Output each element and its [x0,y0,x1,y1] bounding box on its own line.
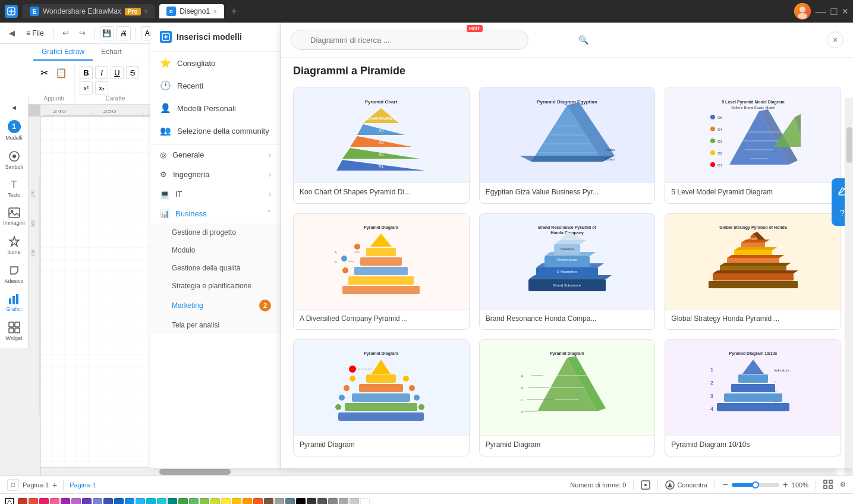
color-picker-icon[interactable] [5,498,14,505]
zoom-out-btn[interactable]: − [722,480,728,490]
template-5-level[interactable]: 5 Level Pyramid Model Diagram Seller's B… [665,87,841,204]
color-swatch[interactable] [39,498,49,505]
subscript-btn[interactable]: x₂ [95,81,108,94]
cut-btn[interactable]: ✂ [38,66,51,81]
color-swatch[interactable] [264,498,273,505]
minimize-btn[interactable]: — [816,5,826,18]
color-swatch[interactable] [350,498,359,505]
template-koo-chart[interactable]: Pyramid Chart ACHIEVEMENT... A4 A3 A2 A1… [293,87,470,204]
color-swatch[interactable] [18,498,27,505]
close-btn[interactable]: × [842,5,848,18]
modelli-icon-btn[interactable]: 1 Modelli [0,115,28,146]
color-swatch[interactable] [50,498,59,505]
color-swatch[interactable] [243,498,252,505]
color-swatch[interactable] [29,498,38,505]
template-egyptian-giza[interactable]: Pyramid Diagram Egyptian Critical Level … [479,87,656,204]
gallery-search-input[interactable] [291,30,528,50]
adesivo-icon-btn[interactable]: Adesivo [0,260,28,289]
color-swatch[interactable] [61,498,70,505]
template-pyramid-2[interactable]: Pyramid Diagram A B C [479,339,656,456]
color-swatch[interactable] [157,498,166,505]
zoom-in-btn[interactable]: + [783,480,788,490]
color-swatch[interactable] [200,498,209,505]
strikethrough-btn[interactable]: S [126,66,139,79]
testo-icon-btn[interactable]: T Testo [0,175,28,203]
color-swatch[interactable] [296,498,306,505]
superscript-btn[interactable]: x² [80,81,93,94]
color-swatch[interactable] [168,498,177,505]
zoom-slider[interactable] [732,483,779,487]
print-btn[interactable]: 🖨 [117,26,131,40]
tab-echart[interactable]: Echart [93,44,130,61]
gestione-progetto-item[interactable]: Gestione di progetto [150,223,281,241]
color-swatch[interactable] [232,498,241,505]
selezione-community-item[interactable]: 👥 Selezione della community [150,119,281,142]
color-swatch[interactable] [178,498,188,505]
color-swatch[interactable] [82,498,92,505]
business-item[interactable]: 📊 Business ˅ [150,204,281,223]
generale-item[interactable]: ◎ Generale › [150,145,281,165]
grafici-icon-btn[interactable]: Grafici [0,289,28,317]
redo-btn[interactable]: ↪ [75,26,90,40]
tab-disegno1[interactable]: D Disegno1 × [159,4,224,18]
scrollbar-horizontal[interactable] [40,467,836,475]
tela-analisi-item[interactable]: Tela per analisi [150,316,281,334]
copy-btn[interactable]: 📋 [53,66,70,80]
fullscreen-btn[interactable] [823,480,833,490]
color-swatch[interactable] [189,498,199,505]
immagini-icon-btn[interactable]: Immagini [0,203,28,231]
gallery-scrollbar[interactable] [845,97,853,468]
color-swatch[interactable] [221,498,231,505]
zoom-thumb[interactable] [752,481,759,489]
color-swatch[interactable] [93,498,102,505]
menu-file[interactable]: ≡ File [21,27,49,40]
icone-icon-btn[interactable]: Icone [0,231,28,260]
ingegneria-item[interactable]: ⚙ Ingegneria › [150,165,281,184]
modulo-item[interactable]: Modulo [150,241,281,259]
template-brand-resonance[interactable]: Brand Resonance Pyramid of Honda Company [479,213,656,330]
gallery-close-btn[interactable]: × [827,32,843,48]
modelli-personali-item[interactable]: 👤 Modelli Personali [150,97,281,119]
user-avatar[interactable] [794,3,811,20]
color-swatch[interactable] [71,498,81,505]
marketing-item[interactable]: Marketing 2 [150,295,281,316]
gallery-scrollbar-thumb[interactable] [846,127,852,163]
it-item[interactable]: 💻 IT › [150,184,281,204]
undo-btn[interactable]: ↩ [59,26,73,40]
template-pyramid-3[interactable]: Pyramid Diagram 10/10s 1 2 3 4 Indicator… [665,339,841,456]
add-page-btn[interactable]: + [52,480,57,490]
color-swatch[interactable] [210,498,220,505]
recenti-item[interactable]: 🕐 Recenti [150,74,281,97]
template-diversified-company[interactable]: Pyramid Diagram A [293,213,470,330]
widget-icon-btn[interactable]: Widget [0,317,28,346]
color-swatch[interactable] [114,498,124,505]
color-swatch[interactable] [360,498,370,505]
color-swatch[interactable] [339,498,348,505]
gestione-qualita-item[interactable]: Gestione della qualità [150,259,281,277]
template-global-strategy[interactable]: Global Strategy Pyramid of Honda [665,213,841,330]
scrollbar-thumb-h[interactable] [159,469,231,475]
color-swatch[interactable] [275,498,284,505]
template-pyramid-1[interactable]: Pyramid Diagram [293,339,470,456]
bold-btn[interactable]: B [80,66,93,79]
color-swatch[interactable] [253,498,263,505]
nav-arrow-left[interactable]: ◀ [0,100,28,115]
color-swatch[interactable] [146,498,156,505]
strategia-item[interactable]: Strategia e pianificazione [150,277,281,295]
settings-btn[interactable]: ⚙ [840,481,846,489]
color-swatch[interactable] [103,498,113,505]
tab2-close[interactable]: × [213,8,217,15]
italic-btn[interactable]: I [95,66,108,79]
page-icon-btn[interactable]: □ [7,479,19,491]
consigliato-item[interactable]: ⭐ Consigliato [150,52,281,74]
back-nav-btn[interactable]: ◀ [5,26,19,40]
snap-btn[interactable] [641,480,650,490]
maximize-btn[interactable]: □ [831,5,838,18]
underline-btn[interactable]: U [111,66,124,79]
tab1-close[interactable]: × [144,8,148,15]
save-btn[interactable]: 💾 [100,26,114,40]
add-tab-button[interactable]: + [229,6,239,17]
color-swatch[interactable] [125,498,134,505]
tab-edrawmax[interactable]: E Wondershare EdrawMax Pro × [23,4,155,18]
color-swatch[interactable] [317,498,327,505]
